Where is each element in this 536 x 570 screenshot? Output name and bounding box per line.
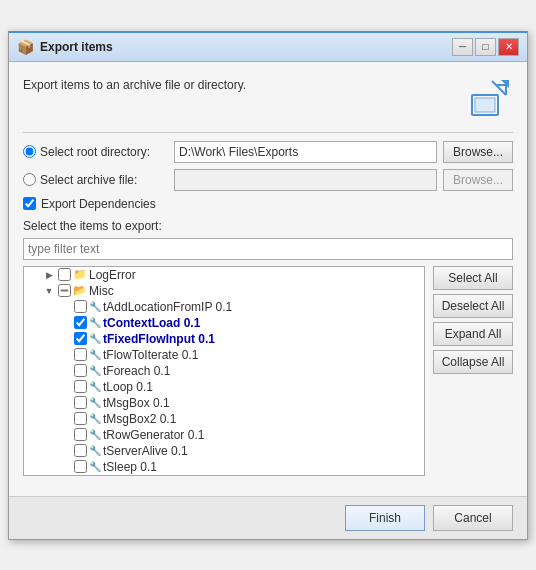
side-buttons: Select All Deselect All Expand All Colla… (425, 266, 513, 476)
minimize-button[interactable]: ─ (452, 38, 473, 56)
list-item[interactable]: ▼ 📂 Misc (24, 283, 424, 299)
archive-file-row: Select archive file: Browse... (23, 169, 513, 191)
item-label: tMsgBox 0.1 (103, 396, 170, 410)
no-toggle (58, 332, 72, 346)
item-checkbox[interactable] (74, 348, 87, 361)
select-items-label: Select the items to export: (23, 219, 513, 233)
export-dialog: 📦 Export items ─ □ ✕ Export items to an … (8, 31, 528, 540)
expand-toggle[interactable]: ▶ (42, 268, 56, 282)
dialog-title: Export items (40, 40, 113, 54)
cancel-button[interactable]: Cancel (433, 505, 513, 531)
item-label: tForeach 0.1 (103, 364, 170, 378)
item-checkbox[interactable] (74, 428, 87, 441)
tree-area: ▶ 📁 LogError ▼ 📂 Misc (23, 266, 513, 476)
item-label: tAddLocationFromIP 0.1 (103, 300, 232, 314)
item-label: tMsgBox2 0.1 (103, 412, 176, 426)
component-icon: 🔧 (89, 333, 101, 344)
item-label: LogError (89, 268, 136, 282)
expand-all-button[interactable]: Expand All (433, 322, 513, 346)
item-label: tRowGenerator 0.1 (103, 428, 204, 442)
deselect-all-button[interactable]: Deselect All (433, 294, 513, 318)
component-icon: 🔧 (89, 301, 101, 312)
list-item[interactable]: 🔧 tFlowToIterate 0.1 (24, 347, 424, 363)
folder-icon: 📂 (73, 284, 87, 297)
item-checkbox[interactable] (58, 268, 71, 281)
list-item[interactable]: 🔧 tSleep 0.1 (24, 459, 424, 475)
item-label: tSleep 0.1 (103, 460, 157, 474)
no-toggle (58, 460, 72, 474)
close-button[interactable]: ✕ (498, 38, 519, 56)
root-dir-input[interactable] (174, 141, 437, 163)
item-label: tContextLoad 0.1 (103, 316, 200, 330)
expand-toggle[interactable]: ▼ (42, 284, 56, 298)
item-checkbox[interactable] (58, 284, 71, 297)
item-checkbox[interactable] (74, 444, 87, 457)
component-icon: 🔧 (89, 365, 101, 376)
finish-button[interactable]: Finish (345, 505, 425, 531)
item-checkbox[interactable] (74, 316, 87, 329)
component-icon: 🔧 (89, 397, 101, 408)
svg-line-4 (492, 81, 506, 95)
item-label: tFlowToIterate 0.1 (103, 348, 198, 362)
export-icon-area (465, 74, 513, 122)
list-item[interactable]: 🔧 tRowGenerator 0.1 (24, 427, 424, 443)
list-item[interactable]: 🔧 tWaitForFile 0.1 (24, 475, 424, 476)
component-icon: 🔧 (89, 461, 101, 472)
root-dir-row: Select root directory: Browse... (23, 141, 513, 163)
no-toggle (58, 412, 72, 426)
tree-container[interactable]: ▶ 📁 LogError ▼ 📂 Misc (23, 266, 425, 476)
top-section: Export items to an archive file or direc… (23, 74, 513, 122)
separator-top (23, 132, 513, 133)
root-dir-radio[interactable] (23, 145, 36, 158)
no-toggle (58, 348, 72, 362)
title-bar-controls: ─ □ ✕ (452, 38, 519, 56)
component-icon: 🔧 (89, 413, 101, 424)
component-icon: 🔧 (89, 429, 101, 440)
archive-file-radio[interactable] (23, 173, 36, 186)
export-deps-checkbox[interactable] (23, 197, 36, 210)
bottom-bar: Finish Cancel (9, 496, 527, 539)
item-checkbox[interactable] (74, 364, 87, 377)
item-checkbox[interactable] (74, 396, 87, 409)
component-icon: 🔧 (89, 349, 101, 360)
item-label: tServerAlive 0.1 (103, 444, 188, 458)
select-all-button[interactable]: Select All (433, 266, 513, 290)
archive-file-browse-button[interactable]: Browse... (443, 169, 513, 191)
component-icon: 🔧 (89, 381, 101, 392)
list-item[interactable]: 🔧 tFixedFlowInput 0.1 (24, 331, 424, 347)
root-dir-radio-label[interactable]: Select root directory: (23, 145, 168, 159)
title-bar-left: 📦 Export items (17, 39, 113, 55)
no-toggle (58, 300, 72, 314)
item-checkbox[interactable] (74, 460, 87, 473)
list-item[interactable]: 🔧 tMsgBox2 0.1 (24, 411, 424, 427)
list-item[interactable]: 🔧 tAddLocationFromIP 0.1 (24, 299, 424, 315)
component-icon: 🔧 (89, 317, 101, 328)
no-toggle (58, 316, 72, 330)
list-item[interactable]: 🔧 tLoop 0.1 (24, 379, 424, 395)
archive-file-radio-label[interactable]: Select archive file: (23, 173, 168, 187)
list-item[interactable]: 🔧 tMsgBox 0.1 (24, 395, 424, 411)
item-checkbox[interactable] (74, 380, 87, 393)
item-checkbox[interactable] (74, 332, 87, 345)
item-checkbox[interactable] (74, 300, 87, 313)
list-item[interactable]: 🔧 tContextLoad 0.1 (24, 315, 424, 331)
item-label: tFixedFlowInput 0.1 (103, 332, 215, 346)
no-toggle (58, 396, 72, 410)
export-description: Export items to an archive file or direc… (23, 74, 246, 92)
collapse-all-button[interactable]: Collapse All (433, 350, 513, 374)
maximize-button[interactable]: □ (475, 38, 496, 56)
item-label: tLoop 0.1 (103, 380, 153, 394)
item-checkbox[interactable] (74, 412, 87, 425)
item-label: Misc (89, 284, 114, 298)
archive-file-input[interactable] (174, 169, 437, 191)
filter-input[interactable] (23, 238, 513, 260)
export-graphic-icon (468, 77, 510, 119)
root-dir-browse-button[interactable]: Browse... (443, 141, 513, 163)
list-item[interactable]: 🔧 tServerAlive 0.1 (24, 443, 424, 459)
title-bar: 📦 Export items ─ □ ✕ (9, 33, 527, 62)
list-item[interactable]: ▶ 📁 LogError (24, 267, 424, 283)
svg-rect-1 (475, 98, 495, 112)
list-item[interactable]: 🔧 tForeach 0.1 (24, 363, 424, 379)
no-toggle (58, 428, 72, 442)
no-toggle (58, 444, 72, 458)
